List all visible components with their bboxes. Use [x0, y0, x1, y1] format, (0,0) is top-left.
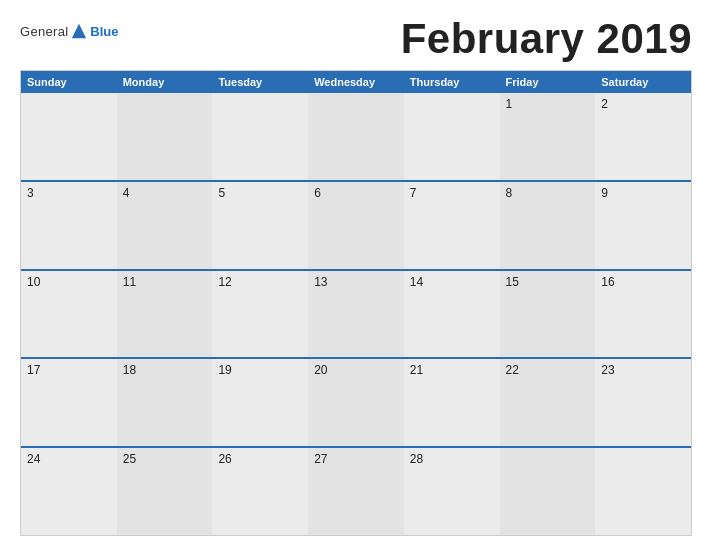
col-monday: Monday	[117, 71, 213, 93]
day-number: 2	[601, 97, 608, 111]
cal-day	[21, 93, 117, 180]
day-number: 24	[27, 452, 40, 466]
day-number: 27	[314, 452, 327, 466]
calendar: Sunday Monday Tuesday Wednesday Thursday…	[20, 70, 692, 536]
cal-week-0: 12	[21, 93, 691, 180]
day-number: 26	[218, 452, 231, 466]
cal-day: 5	[212, 182, 308, 269]
day-number: 18	[123, 363, 136, 377]
cal-day: 15	[500, 271, 596, 358]
col-saturday: Saturday	[595, 71, 691, 93]
cal-day	[212, 93, 308, 180]
cal-day: 4	[117, 182, 213, 269]
cal-day: 20	[308, 359, 404, 446]
cal-day	[404, 93, 500, 180]
day-number: 12	[218, 275, 231, 289]
col-sunday: Sunday	[21, 71, 117, 93]
calendar-body: 1234567891011121314151617181920212223242…	[21, 93, 691, 535]
day-number: 3	[27, 186, 34, 200]
day-number: 17	[27, 363, 40, 377]
cal-day: 24	[21, 448, 117, 535]
cal-day: 1	[500, 93, 596, 180]
cal-day: 2	[595, 93, 691, 180]
logo: General Blue	[20, 22, 119, 40]
day-number: 28	[410, 452, 423, 466]
day-number: 7	[410, 186, 417, 200]
cal-day: 26	[212, 448, 308, 535]
day-number: 21	[410, 363, 423, 377]
col-wednesday: Wednesday	[308, 71, 404, 93]
logo-general-text: General	[20, 24, 68, 39]
cal-day: 18	[117, 359, 213, 446]
day-number: 5	[218, 186, 225, 200]
cal-day: 7	[404, 182, 500, 269]
cal-day: 3	[21, 182, 117, 269]
cal-day: 27	[308, 448, 404, 535]
day-number: 25	[123, 452, 136, 466]
cal-day: 13	[308, 271, 404, 358]
cal-day: 28	[404, 448, 500, 535]
cal-day: 10	[21, 271, 117, 358]
cal-day: 22	[500, 359, 596, 446]
logo-triangle-icon	[70, 22, 88, 40]
day-number: 6	[314, 186, 321, 200]
cal-week-4: 2425262728	[21, 446, 691, 535]
cal-day: 17	[21, 359, 117, 446]
day-number: 1	[506, 97, 513, 111]
day-number: 22	[506, 363, 519, 377]
cal-week-2: 10111213141516	[21, 269, 691, 358]
cal-day	[500, 448, 596, 535]
day-number: 4	[123, 186, 130, 200]
month-title: February 2019	[401, 18, 692, 60]
calendar-header-row: Sunday Monday Tuesday Wednesday Thursday…	[21, 71, 691, 93]
cal-day: 6	[308, 182, 404, 269]
cal-day: 11	[117, 271, 213, 358]
cal-day: 16	[595, 271, 691, 358]
day-number: 23	[601, 363, 614, 377]
svg-marker-0	[72, 24, 86, 38]
day-number: 20	[314, 363, 327, 377]
cal-week-1: 3456789	[21, 180, 691, 269]
day-number: 13	[314, 275, 327, 289]
day-number: 14	[410, 275, 423, 289]
day-number: 10	[27, 275, 40, 289]
cal-day: 19	[212, 359, 308, 446]
col-thursday: Thursday	[404, 71, 500, 93]
day-number: 8	[506, 186, 513, 200]
header: General Blue February 2019	[20, 18, 692, 60]
logo-blue-text: Blue	[90, 24, 118, 39]
col-tuesday: Tuesday	[212, 71, 308, 93]
cal-day: 25	[117, 448, 213, 535]
day-number: 15	[506, 275, 519, 289]
cal-day	[117, 93, 213, 180]
cal-day: 8	[500, 182, 596, 269]
col-friday: Friday	[500, 71, 596, 93]
cal-day	[308, 93, 404, 180]
cal-day: 9	[595, 182, 691, 269]
cal-day: 23	[595, 359, 691, 446]
cal-day: 14	[404, 271, 500, 358]
cal-week-3: 17181920212223	[21, 357, 691, 446]
day-number: 16	[601, 275, 614, 289]
cal-day: 21	[404, 359, 500, 446]
day-number: 11	[123, 275, 136, 289]
page: General Blue February 2019 Sunday Monday…	[0, 0, 712, 550]
cal-day	[595, 448, 691, 535]
day-number: 19	[218, 363, 231, 377]
cal-day: 12	[212, 271, 308, 358]
day-number: 9	[601, 186, 608, 200]
